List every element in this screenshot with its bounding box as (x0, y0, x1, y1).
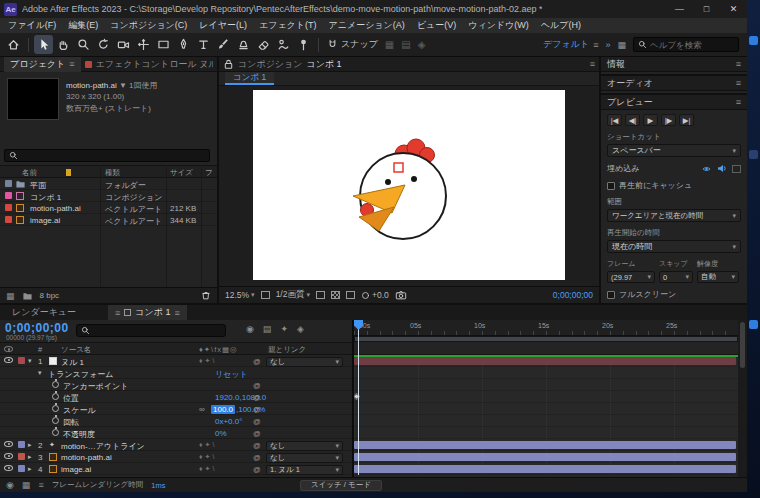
close-button[interactable]: ✕ (720, 0, 747, 18)
draft-3d-icon[interactable]: ▤ (263, 324, 272, 334)
home-tool[interactable] (4, 35, 23, 54)
selection-tool[interactable] (34, 35, 53, 54)
exposure-control[interactable]: +0.0 (361, 290, 389, 300)
grid-guides-icon[interactable] (261, 291, 270, 299)
stopwatch-icon[interactable] (52, 417, 59, 424)
snapshot-camera-icon[interactable] (395, 290, 407, 300)
help-search-input[interactable] (650, 40, 734, 50)
timeline-search-input[interactable] (93, 326, 221, 335)
stopwatch-icon[interactable] (52, 405, 59, 412)
track-row[interactable] (354, 379, 738, 391)
shortcut-dropdown[interactable]: スペースバー▾ (607, 144, 741, 157)
lock-icon[interactable] (223, 59, 234, 70)
pick-whip-icon[interactable]: @ (253, 357, 261, 366)
layer-bar-null1[interactable] (354, 357, 736, 365)
pick-whip-icon[interactable]: @ (253, 453, 261, 462)
pick-whip-icon[interactable]: @ (253, 381, 261, 390)
trash-icon[interactable] (201, 290, 211, 301)
project-item-row[interactable]: コンポ 1 コンポジション (0, 190, 217, 202)
opacity-row[interactable]: 不透明度 0% @ (0, 427, 352, 439)
menu-file[interactable]: ファイル(F) (2, 19, 62, 32)
timeline-search-box[interactable] (76, 324, 226, 337)
current-time-indicator[interactable] (358, 320, 359, 475)
play-button[interactable]: ▶ (643, 114, 658, 126)
motion-blur-icon[interactable]: ✦ (280, 324, 288, 334)
transform-group-row[interactable]: ▾ トランスフォーム リセット (0, 367, 352, 379)
camera-tool[interactable] (114, 35, 133, 54)
layer-row-image[interactable]: ▸ 4 image.ai ♦✦\ @ 1. ヌル 1▾ (0, 463, 352, 475)
mask-visibility-icon[interactable] (346, 291, 355, 299)
puppet-pin-tool[interactable] (294, 35, 313, 54)
clone-stamp-tool[interactable] (234, 35, 253, 54)
hand-tool[interactable] (54, 35, 73, 54)
rotation-value[interactable]: 0x+0.0° (215, 417, 242, 426)
resolution-dropdown[interactable]: 1/2画質▾ (276, 289, 310, 301)
composition-viewer[interactable] (219, 86, 599, 286)
parent-dropdown[interactable]: なし▾ (266, 357, 343, 367)
reset-link[interactable]: リセット (215, 369, 248, 380)
desktop-icon[interactable] (749, 320, 758, 329)
workspace-menu-icon[interactable]: ≡ (593, 40, 598, 50)
layer-bar-motion-path[interactable] (354, 453, 736, 461)
next-frame-button[interactable]: |▶ (661, 114, 676, 126)
switches-modes-button[interactable]: スイッチ / モード (300, 480, 382, 491)
workspace-overflow-icon[interactable]: » (605, 40, 610, 50)
track-row[interactable] (354, 355, 738, 367)
pick-whip-icon[interactable]: @ (253, 417, 261, 426)
timeline-column-headers[interactable]: # ソース名 ♦✦\fx▦◎ 親とリンク (0, 342, 352, 355)
project-item-row[interactable]: image.ai ベクトルアート 344 KB (0, 214, 217, 226)
layer-switches[interactable]: ♦✦\ (199, 453, 216, 461)
tab-effect-controls[interactable]: エフェクトコントロール ヌル 1 (96, 58, 213, 71)
magnification-dropdown[interactable]: 12.5%▾ (225, 290, 255, 300)
timeline-scrollbar[interactable] (738, 320, 747, 477)
tab-audio[interactable]: オーディオ (607, 77, 653, 90)
preview-resolution-dropdown[interactable]: 自動▾ (697, 271, 739, 283)
expand-icon[interactable]: ▾ (38, 369, 42, 377)
scale-value[interactable]: ,100.0% (236, 405, 265, 414)
viewer-timecode[interactable]: 0;00;00;00 (553, 290, 593, 300)
anchor-point-row[interactable]: アンカーポイント @ (0, 379, 352, 391)
project-search-box[interactable] (4, 149, 210, 162)
stopwatch-icon[interactable] (52, 393, 59, 400)
play-from-dropdown[interactable]: 現在の時間▾ (607, 240, 741, 253)
layer-name[interactable]: ヌル 1 (61, 357, 84, 368)
anchor-point-label[interactable]: アンカーポイント (63, 381, 128, 392)
layer-name[interactable]: image.ai (61, 465, 91, 474)
cache-before-checkbox[interactable] (607, 182, 615, 190)
expand-icon[interactable]: ▸ (28, 465, 32, 473)
label-swatch[interactable] (5, 204, 12, 211)
motion-blur-toggle-icon[interactable]: ≡ (38, 480, 43, 490)
layer-bar-shape[interactable] (354, 441, 736, 449)
pick-whip-icon[interactable]: @ (253, 405, 261, 414)
menu-edit[interactable]: 編集(E) (62, 19, 104, 32)
track-row[interactable] (354, 463, 738, 475)
track-row[interactable] (354, 403, 738, 415)
label-swatch[interactable] (5, 216, 12, 223)
project-search-input[interactable] (21, 151, 205, 160)
expand-icon[interactable]: ▸ (28, 441, 32, 449)
snap-option-icon[interactable]: ▤ (398, 39, 413, 50)
eye-icon[interactable] (4, 357, 13, 363)
region-of-interest-icon[interactable] (316, 291, 325, 299)
new-folder-icon[interactable] (22, 291, 33, 301)
roto-brush-tool[interactable] (274, 35, 293, 54)
eye-icon[interactable] (4, 441, 13, 447)
menu-help[interactable]: ヘルプ(H) (535, 19, 587, 32)
label-swatch[interactable] (18, 465, 25, 472)
opacity-value[interactable]: 0% (215, 429, 227, 438)
brush-tool[interactable] (214, 35, 233, 54)
aspect-link-icon[interactable]: ∞ (199, 405, 205, 414)
prev-frame-button[interactable]: ◀| (625, 114, 640, 126)
workspace-tab[interactable]: デフォルト ≡ (543, 38, 598, 51)
include-overlays-icon[interactable] (732, 165, 741, 173)
menu-view[interactable]: ビュー(V) (411, 19, 462, 32)
go-to-start-button[interactable]: |◀ (607, 114, 622, 126)
zoom-tool[interactable] (74, 35, 93, 54)
comp-name-label[interactable]: コンポ 1 (306, 58, 341, 71)
stopwatch-icon[interactable] (52, 381, 59, 388)
range-dropdown[interactable]: ワークエリアと現在の時間▾ (607, 209, 741, 222)
composition-stage[interactable] (253, 90, 565, 280)
layer-row-null1[interactable]: ▾ 1 ヌル 1 ♦✦\ @ なし▾ (0, 355, 352, 367)
layer-name[interactable]: motion-…アウトライン (61, 441, 145, 452)
menu-composition[interactable]: コンポジション(C) (104, 19, 193, 32)
